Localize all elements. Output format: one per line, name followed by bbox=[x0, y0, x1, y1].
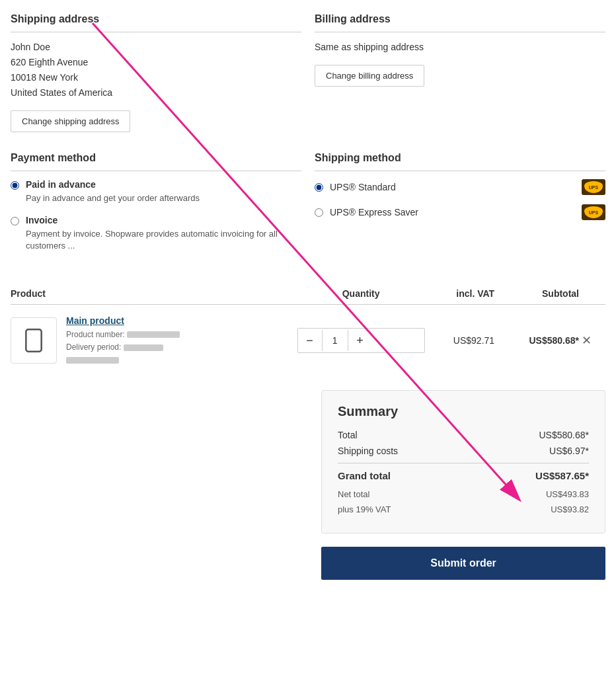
summary-shipping-value: US$6.97* bbox=[549, 446, 589, 456]
svg-rect-0 bbox=[26, 330, 41, 352]
shipping-label-standard[interactable]: UPS® Standard bbox=[330, 182, 396, 192]
col-subtotal: Subtotal bbox=[494, 283, 579, 305]
summary-vat-row: plus 19% VAT US$93.82 bbox=[338, 504, 589, 514]
product-subtotal: US$580.68* bbox=[494, 304, 579, 377]
billing-address-section: Billing address Same as shipping address… bbox=[315, 13, 605, 132]
summary-shipping-row: Shipping costs US$6.97* bbox=[338, 446, 589, 456]
product-vat-price: US$92.71 bbox=[425, 304, 494, 377]
shipping-method-title: Shipping method bbox=[315, 152, 605, 171]
summary-grand-value: US$587.65* bbox=[535, 470, 589, 481]
shipping-line1: 620 Eighth Avenue bbox=[11, 56, 301, 69]
summary-box: Summary Total US$580.68* Shipping costs … bbox=[321, 390, 605, 534]
product-number-value bbox=[127, 331, 180, 338]
payment-option-invoice[interactable]: Invoice Payment by invoice. Shopware pro… bbox=[11, 215, 301, 252]
summary-net-value: US$493.83 bbox=[546, 489, 589, 499]
table-row: Main product Product number: Delivery pe… bbox=[11, 304, 605, 377]
product-tag bbox=[66, 357, 119, 364]
payment-option-desc: Pay in advance and get your order afterw… bbox=[26, 192, 200, 204]
summary-net-label: Net total bbox=[338, 489, 369, 499]
payment-method-section: Payment method Paid in advance Pay in ad… bbox=[11, 152, 301, 263]
shipping-name: John Doe bbox=[11, 40, 301, 54]
payment-option-title: Paid in advance bbox=[26, 179, 200, 190]
quantity-control[interactable]: − 1 + bbox=[297, 328, 425, 353]
col-product: Product bbox=[11, 283, 297, 305]
shipping-line2: 10018 New York bbox=[11, 71, 301, 85]
summary-title: Summary bbox=[338, 404, 589, 419]
shipping-option-standard[interactable]: UPS® Standard UPS bbox=[315, 179, 605, 195]
billing-address-block: Same as shipping address bbox=[315, 40, 605, 54]
shipping-address-block: John Doe 620 Eighth Avenue 10018 New Yor… bbox=[11, 40, 301, 100]
summary-total-label: Total bbox=[338, 430, 358, 440]
product-cell: Main product Product number: Delivery pe… bbox=[11, 315, 297, 367]
shipping-address-section: Shipping address John Doe 620 Eighth Ave… bbox=[11, 13, 301, 132]
payment-title: Payment method bbox=[11, 152, 301, 171]
summary-total-value: US$580.68* bbox=[539, 430, 589, 440]
shipping-method-section: Shipping method UPS® Standard UPS UPS® E… bbox=[315, 152, 605, 263]
summary-divider bbox=[338, 463, 589, 463]
delivery-period-value bbox=[124, 344, 163, 351]
change-shipping-button[interactable]: Change shipping address bbox=[11, 110, 130, 132]
remove-product-button[interactable]: ✕ bbox=[579, 331, 594, 350]
change-billing-button[interactable]: Change billing address bbox=[315, 65, 424, 87]
quantity-decrease-button[interactable]: − bbox=[298, 329, 322, 352]
shipping-radio-standard[interactable] bbox=[315, 183, 323, 192]
ups-standard-badge: UPS bbox=[582, 179, 605, 195]
quantity-value: 1 bbox=[322, 330, 348, 351]
ups-express-badge: UPS bbox=[582, 204, 605, 220]
payment-radio-invoice[interactable] bbox=[11, 217, 19, 225]
shipping-country: United States of America bbox=[11, 86, 301, 100]
submit-order-button[interactable]: Submit order bbox=[321, 547, 605, 580]
product-subtotal-value: US$580.68* bbox=[529, 335, 579, 346]
product-table: Product Quantity incl. VAT Subtotal bbox=[11, 283, 605, 378]
product-name-link[interactable]: Main product bbox=[66, 315, 124, 326]
shipping-option-express[interactable]: UPS® Express Saver UPS bbox=[315, 204, 605, 220]
summary-net-row: Net total US$493.83 bbox=[338, 489, 589, 499]
summary-grand-row: Grand total US$587.65* bbox=[338, 470, 589, 481]
col-quantity: Quantity bbox=[297, 283, 425, 305]
shipping-title: Shipping address bbox=[11, 13, 301, 32]
col-vat: incl. VAT bbox=[425, 283, 494, 305]
ups-text: UPS bbox=[589, 185, 598, 190]
billing-same-as-shipping: Same as shipping address bbox=[315, 40, 605, 54]
summary-vat-label: plus 19% VAT bbox=[338, 504, 391, 514]
payment-invoice-desc: Payment by invoice. Shopware provides au… bbox=[26, 228, 301, 252]
shipping-radio-express[interactable] bbox=[315, 208, 323, 217]
payment-label-paid-in-advance[interactable]: Paid in advance Pay in advance and get y… bbox=[26, 179, 200, 204]
summary-total-row: Total US$580.68* bbox=[338, 430, 589, 440]
payment-invoice-title: Invoice bbox=[26, 215, 301, 225]
product-number-label: Product number: bbox=[66, 330, 127, 339]
quantity-increase-button[interactable]: + bbox=[348, 329, 372, 352]
product-image bbox=[11, 317, 57, 364]
summary-grand-label: Grand total bbox=[338, 470, 391, 481]
shipping-label-express[interactable]: UPS® Express Saver bbox=[330, 207, 418, 218]
ups-express-text: UPS bbox=[589, 210, 598, 215]
product-meta: Product number: Delivery period: bbox=[66, 329, 180, 367]
payment-label-invoice[interactable]: Invoice Payment by invoice. Shopware pro… bbox=[26, 215, 301, 252]
product-info: Main product Product number: Delivery pe… bbox=[66, 315, 180, 367]
payment-option-paid-in-advance[interactable]: Paid in advance Pay in advance and get y… bbox=[11, 179, 301, 204]
summary-vat-value: US$93.82 bbox=[551, 504, 589, 514]
summary-shipping-label: Shipping costs bbox=[338, 446, 398, 456]
delivery-period-label: Delivery period: bbox=[66, 342, 124, 352]
billing-title: Billing address bbox=[315, 13, 605, 32]
payment-radio-paid-in-advance[interactable] bbox=[11, 181, 19, 190]
